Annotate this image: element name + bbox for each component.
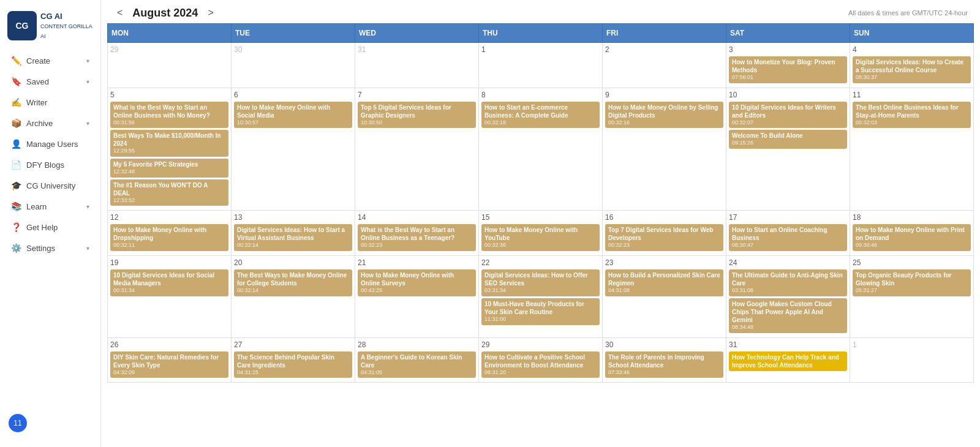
calendar-event[interactable]: How to Make Money Online with Print on D…	[853, 224, 971, 251]
calendar-event[interactable]: How to Make Money Online with Dropshippi…	[110, 224, 228, 251]
calendar-cell[interactable]: 4Digital Services Ideas: How to Create a…	[850, 43, 974, 88]
event-time: 12:33:52	[113, 197, 225, 205]
calendar-event[interactable]: How to Monetize Your Blog: Proven Method…	[729, 56, 847, 83]
sidebar-item-cg-university[interactable]: 🎓 CG University	[2, 176, 98, 195]
calendar-cell[interactable]: 1910 Digital Services Ideas for Social M…	[108, 256, 232, 337]
calendar-cell[interactable]: 1	[479, 43, 603, 88]
sidebar-item-learn[interactable]: 📚 Learn ▾	[2, 197, 98, 216]
calendar-event[interactable]: Welcome To Build Alone09:15:26	[729, 130, 847, 149]
sidebar-item-dfy-blogs[interactable]: 📄 DFY Blogs	[2, 155, 98, 175]
sidebar-item-create[interactable]: ✏️ Create ▾	[2, 51, 98, 70]
calendar-cell[interactable]: 25Top Organic Beauty Products for Glowin…	[850, 256, 974, 337]
calendar-cell[interactable]: 30	[232, 43, 355, 88]
sidebar-item-manage-users[interactable]: 👤 Manage Users	[2, 134, 98, 154]
learn-icon: 📚	[11, 201, 21, 211]
calendar-cell[interactable]: 21How to Make Money Online with Online S…	[355, 256, 479, 337]
calendar-event[interactable]: The Science Behind Popular Skin Care Ing…	[234, 351, 352, 378]
event-title: How to Make Money Online by Selling Digi…	[608, 103, 720, 119]
calendar-cell[interactable]: 22Digital Services Ideas: How to Offer S…	[479, 256, 603, 337]
calendar-event[interactable]: How to Start an Online Coaching Business…	[729, 224, 847, 251]
calendar-cell[interactable]: 1	[850, 337, 974, 383]
day-number: 10	[729, 91, 847, 99]
calendar-event[interactable]: Top 5 Digital Services Ideas for Graphic…	[358, 102, 476, 129]
calendar-cell[interactable]: 15How to Make Money Online with YouTube0…	[479, 211, 603, 256]
calendar-cell[interactable]: 14What is the Best Way to Start an Onlin…	[355, 211, 479, 256]
sidebar-item-writer[interactable]: ✍️ Writer	[2, 92, 98, 112]
calendar-event[interactable]: The Role of Parents in Improving School …	[605, 351, 723, 378]
calendar-cell[interactable]: 8How to Start an E-commerce Business: A …	[479, 88, 603, 211]
calendar-cell[interactable]: 29	[108, 43, 232, 88]
calendar-event[interactable]: How to Build a Personalized Skin Care Re…	[605, 269, 723, 296]
calendar-event[interactable]: Top 7 Digital Services Ideas for Web Dev…	[605, 224, 723, 251]
calendar-event[interactable]: The #1 Reason You WON'T DO A DEAL12:33:5…	[110, 179, 228, 206]
sidebar-item-get-help[interactable]: ❓ Get Help	[2, 217, 98, 237]
next-month-button[interactable]: >	[204, 6, 217, 20]
event-time: 12:29:55	[113, 148, 225, 155]
sidebar-item-archive[interactable]: 📦 Archive ▾	[2, 113, 98, 133]
calendar-event[interactable]: What is the Best Way to Start an Online …	[358, 224, 476, 251]
calendar-event[interactable]: A Beginner's Guide to Korean Skin Care04…	[358, 351, 476, 378]
user-icon: 👤	[11, 139, 21, 149]
calendar-event[interactable]: 10 Digital Services Ideas for Writers an…	[729, 102, 847, 129]
calendar-cell[interactable]: 18How to Make Money Online with Print on…	[850, 211, 974, 256]
calendar-cell[interactable]: 20The Best Ways to Make Money Online for…	[232, 256, 355, 337]
calendar-event[interactable]: What is the Best Way to Start an Online …	[110, 102, 228, 129]
calendar-event[interactable]: How to Make Money Online with Online Sur…	[358, 269, 476, 296]
calendar-event[interactable]: 10 Must-Have Beauty Products for Your Sk…	[481, 298, 600, 325]
calendar-cell[interactable]: 24The Ultimate Guide to Anti-Aging Skin …	[726, 256, 850, 337]
calendar-event[interactable]: The Best Online Business Ideas for Stay-…	[853, 102, 971, 129]
sidebar-item-settings[interactable]: ⚙️ Settings ▾	[2, 238, 98, 258]
prev-month-button[interactable]: <	[113, 6, 126, 20]
calendar-event[interactable]: Digital Services Ideas: How to Offer SEO…	[481, 269, 600, 296]
event-title: Digital Services Ideas: How to Start a V…	[237, 226, 349, 242]
calendar-event[interactable]: My 5 Favorite PPC Strategies12:32:48	[110, 159, 228, 178]
calendar-cell[interactable]: 13Digital Services Ideas: How to Start a…	[232, 211, 355, 256]
calendar-event[interactable]: 10 Digital Services Ideas for Social Med…	[110, 269, 228, 296]
chevron-down-icon: ▾	[86, 245, 89, 252]
sidebar-item-saved[interactable]: 🔖 Saved ▾	[2, 72, 98, 91]
calendar-cell[interactable]: 28A Beginner's Guide to Korean Skin Care…	[355, 337, 479, 383]
calendar-event[interactable]: DIY Skin Care: Natural Remedies for Ever…	[110, 351, 228, 378]
calendar-cell[interactable]: 31	[355, 43, 479, 88]
calendar-cell[interactable]: 31How Technology Can Help Track and Impr…	[726, 337, 850, 383]
notification-button[interactable]: 11	[9, 414, 27, 432]
event-time: 03:31:34	[484, 287, 597, 295]
calendar-cell[interactable]: 12How to Make Money Online with Dropship…	[108, 211, 232, 256]
calendar-event[interactable]: The Best Ways to Make Money Online for C…	[234, 269, 352, 296]
calendar-cell[interactable]: 17How to Start an Online Coaching Busine…	[726, 211, 850, 256]
calendar-cell[interactable]: 2	[603, 43, 726, 88]
calendar-event[interactable]: How Technology Can Help Track and Improv…	[729, 351, 847, 371]
calendar-event[interactable]: How to Make Money Online with Social Med…	[234, 102, 352, 129]
calendar-cell[interactable]: 23How to Build a Personalized Skin Care …	[603, 256, 726, 337]
calendar-cell[interactable]: 11The Best Online Business Ideas for Sta…	[850, 88, 974, 211]
calendar-event[interactable]: Best Ways To Make $10,000/Month In 20241…	[110, 130, 228, 157]
calendar-event[interactable]: How to Make Money Online by Selling Digi…	[605, 102, 723, 129]
calendar-cell[interactable]: 7Top 5 Digital Services Ideas for Graphi…	[355, 88, 479, 211]
calendar-event[interactable]: Digital Services Ideas: How to Create a …	[853, 56, 971, 83]
event-title: Digital Services Ideas: How to Offer SEO…	[484, 271, 597, 287]
calendar-week-5: 26DIY Skin Care: Natural Remedies for Ev…	[108, 337, 974, 383]
calendar-cell[interactable]: 3How to Monetize Your Blog: Proven Metho…	[726, 43, 850, 88]
calendar-event[interactable]: How to Start an E-commerce Business: A C…	[481, 102, 600, 129]
event-time: 11:31:00	[484, 316, 597, 323]
calendar-cell[interactable]: 5What is the Best Way to Start an Online…	[108, 88, 232, 211]
calendar-event[interactable]: The Ultimate Guide to Anti-Aging Skin Ca…	[729, 269, 847, 296]
calendar-event[interactable]: How to Make Money Online with YouTube00:…	[481, 224, 600, 251]
day-number: 16	[605, 213, 723, 222]
calendar-event[interactable]: How Google Makes Custom Cloud Chips That…	[729, 298, 847, 333]
sidebar-item-label: Archive	[26, 119, 53, 128]
calendar-event[interactable]: Digital Services Ideas: How to Start a V…	[234, 224, 352, 251]
event-title: A Beginner's Guide to Korean Skin Care	[361, 353, 473, 369]
calendar-cell[interactable]: 26DIY Skin Care: Natural Remedies for Ev…	[108, 337, 232, 383]
chevron-down-icon: ▾	[86, 78, 89, 85]
calendar-event[interactable]: Top Organic Beauty Products for Glowing …	[853, 269, 971, 296]
calendar-cell[interactable]: 9How to Make Money Online by Selling Dig…	[603, 88, 726, 211]
calendar-cell[interactable]: 16Top 7 Digital Services Ideas for Web D…	[603, 211, 726, 256]
calendar-cell[interactable]: 1010 Digital Services Ideas for Writers …	[726, 88, 850, 211]
calendar-cell[interactable]: 29How to Cultivate a Positive School Env…	[479, 337, 603, 383]
calendar-cell[interactable]: 27The Science Behind Popular Skin Care I…	[232, 337, 355, 383]
event-time: 07:56:01	[732, 74, 844, 81]
calendar-cell[interactable]: 30The Role of Parents in Improving Schoo…	[603, 337, 726, 383]
calendar-cell[interactable]: 6How to Make Money Online with Social Me…	[232, 88, 355, 211]
calendar-event[interactable]: How to Cultivate a Positive School Envir…	[481, 351, 600, 378]
